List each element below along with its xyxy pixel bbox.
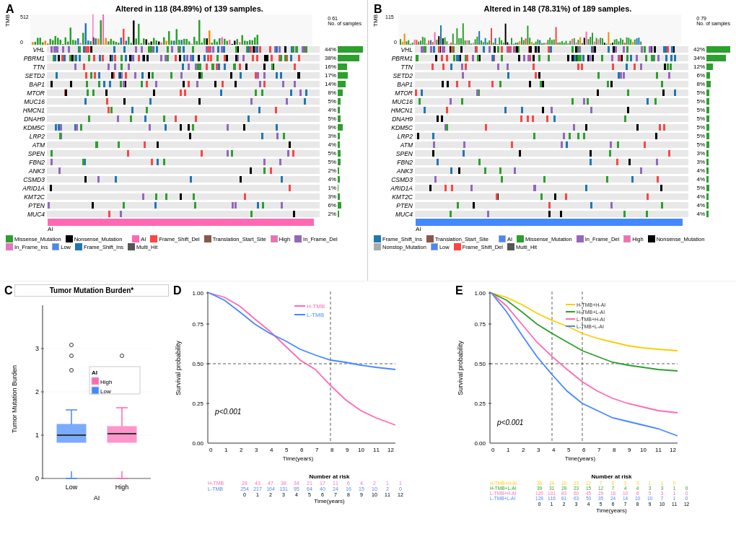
svg-text:8: 8 bbox=[330, 447, 334, 453]
svg-rect-3 bbox=[37, 38, 39, 45]
gene-row: VHL44% bbox=[7, 45, 363, 53]
ai-bar-a bbox=[48, 219, 314, 226]
svg-rect-43 bbox=[138, 24, 140, 45]
at-risk-label-htmb: H-TMB bbox=[208, 481, 238, 486]
svg-text:1: 1 bbox=[35, 432, 39, 439]
tmb-max-b: 115 bbox=[385, 14, 394, 19]
svg-rect-132 bbox=[476, 37, 478, 45]
svg-rect-31 bbox=[108, 41, 110, 45]
svg-rect-83 bbox=[239, 42, 241, 45]
svg-rect-202 bbox=[618, 41, 619, 45]
svg-rect-131 bbox=[475, 39, 476, 45]
svg-rect-160 bbox=[533, 43, 535, 45]
gene-row: MUC165% bbox=[375, 97, 732, 105]
svg-rect-125 bbox=[463, 23, 464, 45]
svg-rect-95 bbox=[402, 42, 403, 45]
gene-row: KMT2C4% bbox=[375, 193, 732, 201]
svg-rect-204 bbox=[622, 40, 623, 45]
svg-rect-139 bbox=[491, 28, 492, 45]
svg-rect-114 bbox=[440, 25, 442, 45]
svg-rect-231 bbox=[57, 424, 86, 442]
svg-rect-165 bbox=[543, 43, 545, 45]
legend-b: Frame_Shift_Ins Translation_Start_Site A… bbox=[372, 234, 732, 252]
tmb-label-a: TMB bbox=[4, 14, 11, 27]
tmb-max-a: 512 bbox=[20, 14, 29, 19]
ai-label-b: AI bbox=[416, 226, 732, 232]
svg-rect-39 bbox=[128, 37, 130, 45]
svg-text:Time(years): Time(years) bbox=[565, 455, 596, 462]
svg-rect-150 bbox=[513, 44, 514, 45]
gene-row: ANK32% bbox=[7, 167, 363, 175]
svg-rect-92 bbox=[92, 14, 94, 45]
svg-rect-97 bbox=[406, 41, 407, 45]
gene-row: MTOR8% bbox=[7, 89, 363, 97]
svg-rect-167 bbox=[547, 40, 548, 45]
svg-rect-69 bbox=[203, 38, 206, 45]
svg-point-235 bbox=[70, 369, 74, 372]
gene-row: FBN23% bbox=[375, 158, 732, 166]
svg-rect-51 bbox=[158, 42, 160, 45]
svg-rect-209 bbox=[632, 42, 634, 45]
gene-row: KDM5C9% bbox=[7, 123, 363, 131]
svg-rect-155 bbox=[523, 40, 525, 45]
svg-text:10: 10 bbox=[358, 447, 364, 453]
svg-text:5: 5 bbox=[567, 447, 571, 453]
svg-text:1: 1 bbox=[224, 447, 228, 453]
svg-text:6: 6 bbox=[582, 447, 586, 453]
svg-rect-148 bbox=[509, 44, 510, 45]
svg-rect-212 bbox=[638, 38, 639, 45]
svg-rect-64 bbox=[191, 44, 193, 45]
svg-text:0.25: 0.25 bbox=[474, 401, 486, 407]
svg-rect-75 bbox=[219, 38, 221, 45]
svg-rect-208 bbox=[630, 39, 631, 45]
svg-rect-112 bbox=[436, 40, 437, 45]
svg-rect-42 bbox=[136, 38, 138, 45]
svg-rect-4 bbox=[40, 38, 42, 45]
svg-text:p<0.001: p<0.001 bbox=[496, 419, 523, 426]
tmb-label-b: TMB bbox=[372, 14, 379, 27]
svg-rect-46 bbox=[146, 39, 148, 45]
svg-rect-72 bbox=[211, 43, 214, 45]
kaplan-d-svg: 0.00 0.25 0.50 0.75 1.00 Survival probab… bbox=[172, 284, 451, 479]
svg-rect-40 bbox=[131, 43, 133, 45]
svg-rect-105 bbox=[422, 37, 424, 45]
svg-rect-183 bbox=[579, 37, 581, 45]
svg-rect-170 bbox=[553, 40, 555, 45]
svg-text:0.50: 0.50 bbox=[474, 361, 486, 367]
bottom-row: C Tumor Mutation Burden* 0 1 2 3 bbox=[0, 281, 736, 560]
svg-rect-147 bbox=[507, 43, 508, 45]
svg-rect-49 bbox=[153, 38, 155, 45]
svg-text:High: High bbox=[115, 484, 129, 491]
svg-rect-122 bbox=[456, 28, 457, 45]
svg-rect-90 bbox=[257, 35, 259, 45]
svg-rect-22 bbox=[85, 23, 87, 45]
tmb-min-a: 0 bbox=[20, 40, 23, 45]
svg-text:1: 1 bbox=[507, 447, 510, 453]
svg-rect-85 bbox=[244, 40, 246, 45]
svg-rect-87 bbox=[249, 40, 251, 45]
svg-text:4: 4 bbox=[270, 447, 273, 453]
tmb-svg-a bbox=[30, 14, 312, 45]
gene-row: LRP25% bbox=[375, 132, 732, 140]
svg-rect-156 bbox=[525, 38, 527, 45]
svg-rect-169 bbox=[551, 40, 553, 45]
svg-rect-154 bbox=[521, 37, 522, 45]
svg-rect-163 bbox=[539, 40, 540, 45]
gene-row: SETD26% bbox=[375, 71, 732, 79]
panel-c-title: Tumor Mutation Burden* bbox=[14, 284, 169, 297]
svg-rect-172 bbox=[557, 43, 558, 45]
svg-rect-198 bbox=[610, 43, 611, 45]
ai-bar-b bbox=[416, 219, 683, 226]
gene-row: PBRM134% bbox=[375, 54, 732, 62]
svg-rect-67 bbox=[198, 20, 201, 45]
svg-text:6: 6 bbox=[300, 447, 304, 453]
svg-text:12: 12 bbox=[670, 447, 676, 453]
svg-rect-61 bbox=[183, 39, 185, 45]
svg-rect-102 bbox=[416, 40, 417, 45]
svg-text:3: 3 bbox=[537, 447, 540, 453]
gene-row: SPEN5% bbox=[7, 149, 363, 157]
svg-rect-88 bbox=[252, 40, 254, 45]
svg-rect-123 bbox=[458, 38, 460, 45]
svg-rect-23 bbox=[87, 40, 89, 45]
svg-rect-59 bbox=[178, 40, 180, 45]
